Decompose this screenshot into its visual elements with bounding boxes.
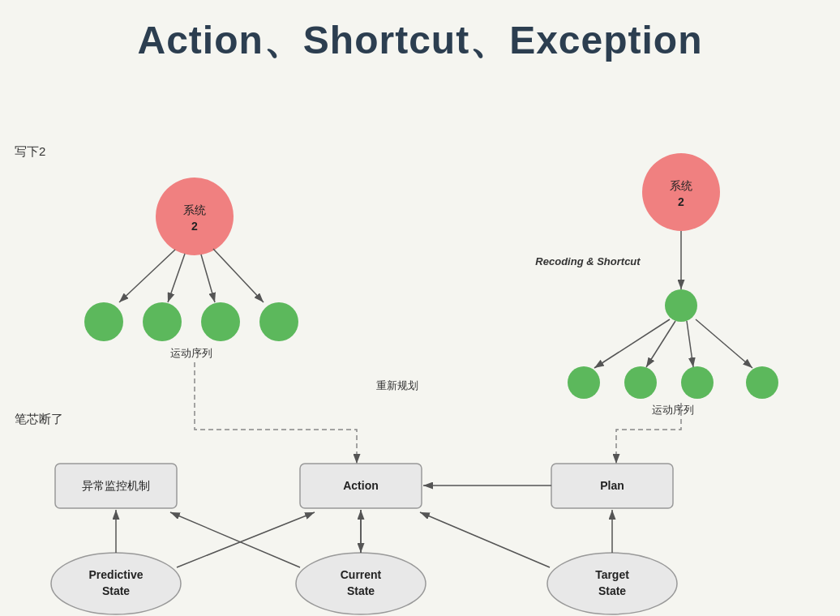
left-motion-seq-label: 运动序列 bbox=[170, 347, 212, 359]
section-label-exception: 笔芯断了 bbox=[15, 412, 63, 426]
replan-label: 重新规划 bbox=[376, 379, 418, 391]
right-motion-seq-label: 运动序列 bbox=[652, 404, 694, 416]
left-root-text1: 系统 bbox=[183, 203, 206, 216]
left-root-circle bbox=[156, 178, 234, 255]
svg-line-11 bbox=[696, 319, 752, 368]
svg-line-18 bbox=[420, 512, 550, 567]
exception-monitor-text: 异常监控机制 bbox=[82, 479, 150, 492]
svg-line-4 bbox=[168, 254, 185, 302]
current-state-text2: State bbox=[347, 584, 375, 597]
left-child1 bbox=[84, 302, 123, 341]
right-root-circle bbox=[642, 153, 720, 231]
svg-line-6 bbox=[213, 249, 264, 302]
target-state-text1: Target bbox=[595, 568, 629, 581]
plan-text: Plan bbox=[600, 479, 624, 492]
svg-line-3 bbox=[119, 250, 175, 302]
section-label-xia2: 写下2 bbox=[15, 144, 45, 158]
current-state-text1: Current bbox=[341, 568, 382, 581]
right-child3 bbox=[681, 366, 714, 399]
svg-line-9 bbox=[646, 321, 675, 367]
svg-line-8 bbox=[594, 319, 670, 368]
right-root-text2: 2 bbox=[678, 195, 684, 208]
svg-line-10 bbox=[687, 321, 693, 367]
svg-line-5 bbox=[201, 255, 215, 302]
svg-line-14 bbox=[177, 512, 315, 567]
diagram-area: 写下2 笔芯断了 系统 2 运动序列 系统 2 Recoding & Short… bbox=[0, 66, 840, 616]
predictive-state-text2: State bbox=[102, 584, 130, 597]
svg-line-16 bbox=[170, 512, 300, 567]
left-child2 bbox=[143, 302, 182, 341]
right-child2 bbox=[624, 366, 657, 399]
left-child3 bbox=[201, 302, 240, 341]
left-child4 bbox=[259, 302, 298, 341]
right-child4 bbox=[746, 366, 778, 399]
page-title: Action、Shortcut、Exception bbox=[0, 0, 840, 66]
action-text: Action bbox=[343, 479, 379, 492]
right-intermediate-circle bbox=[665, 289, 697, 322]
recoding-shortcut-label: Recoding & Shortcut bbox=[535, 255, 641, 267]
target-state-text2: State bbox=[598, 584, 626, 597]
right-child1 bbox=[568, 366, 600, 399]
right-root-text1: 系统 bbox=[670, 179, 692, 192]
left-root-text2: 2 bbox=[191, 220, 198, 233]
predictive-state-text1: Predictive bbox=[89, 568, 144, 581]
